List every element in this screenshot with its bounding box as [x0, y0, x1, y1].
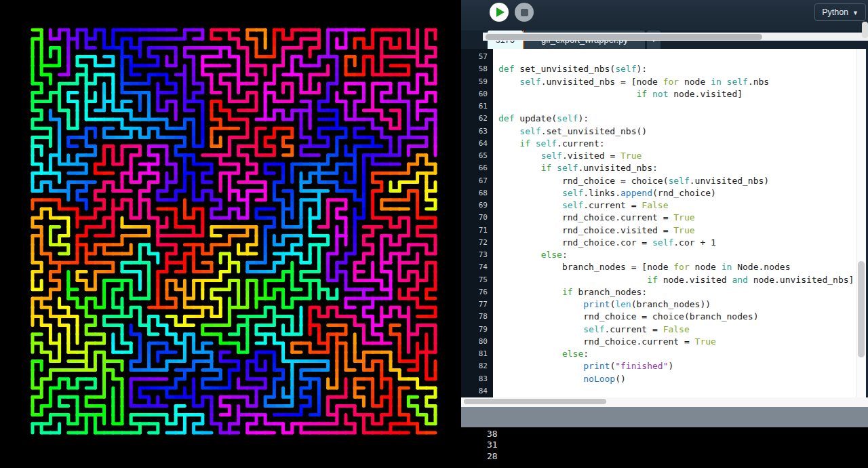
- code-line[interactable]: else:: [498, 249, 856, 261]
- line-number: 68: [461, 187, 493, 199]
- code-line[interactable]: rnd_choice = choice(self.unvisited_nbs): [498, 175, 856, 187]
- line-number: 76: [461, 286, 493, 298]
- line-number: 69: [461, 199, 493, 212]
- line-number: 60: [461, 88, 493, 100]
- code-line[interactable]: rnd_choice.cor = self.cor + 1: [498, 237, 856, 249]
- line-number: 79: [461, 324, 493, 336]
- line-number: 67: [461, 175, 493, 187]
- maze-sketch-output[interactable]: [0, 0, 461, 468]
- console-line: 38: [487, 429, 868, 440]
- line-number: 82: [461, 360, 493, 372]
- console-line: 28: [487, 451, 868, 462]
- toolbar: Python▼: [461, 0, 868, 31]
- code-line[interactable]: [498, 100, 856, 113]
- line-number: 57: [461, 51, 493, 63]
- editor-vertical-scrollbar-thumb[interactable]: [858, 261, 865, 357]
- line-number: 84: [461, 385, 493, 397]
- code-line[interactable]: self.links.append(rnd_choice): [498, 187, 856, 199]
- line-number: 64: [461, 138, 493, 150]
- editor-horizontal-scrollbar-thumb[interactable]: [464, 399, 606, 404]
- code-line[interactable]: self.current = False: [498, 199, 856, 212]
- line-number: 71: [461, 225, 493, 237]
- console-horizontal-scrollbar-thumb[interactable]: [486, 34, 762, 40]
- code-line[interactable]: self.set_unvisited_nbs(): [498, 125, 856, 138]
- line-number: 70: [461, 212, 493, 224]
- code-line[interactable]: def update(self):: [498, 113, 856, 125]
- line-number: 72: [461, 237, 493, 249]
- line-number: 78: [461, 311, 493, 323]
- code-line[interactable]: self.unvisited_nbs = [node for node in s…: [498, 76, 856, 88]
- line-number: 80: [461, 336, 493, 348]
- code-line[interactable]: noLoop(): [498, 373, 856, 385]
- console-output: 383128: [461, 427, 868, 468]
- stop-button[interactable]: [515, 3, 534, 22]
- line-number: 83: [461, 373, 493, 385]
- app-window: Python▼ s176 gif_export_wrapper.py ▼ 575…: [0, 0, 868, 468]
- code-editor[interactable]: def set_unvisited_nbs(self): self.unvisi…: [493, 49, 856, 397]
- code-line[interactable]: if branch_nodes:: [498, 286, 856, 298]
- code-line[interactable]: if self.current:: [498, 138, 856, 150]
- line-number: 81: [461, 348, 493, 360]
- console-horizontal-scrollbar[interactable]: [483, 33, 868, 41]
- line-number: 75: [461, 274, 493, 286]
- run-button[interactable]: [490, 3, 509, 22]
- line-number: 63: [461, 125, 493, 138]
- code-line[interactable]: self.current = False: [498, 324, 856, 336]
- code-line[interactable]: [498, 385, 856, 397]
- code-line[interactable]: if self.unvisited_nbs:: [498, 162, 856, 174]
- console-vertical-scrollbar-thumb[interactable]: [862, 22, 868, 38]
- line-number: 74: [461, 261, 493, 273]
- play-icon: [496, 7, 505, 17]
- ide-panel: Python▼ s176 gif_export_wrapper.py ▼ 575…: [461, 0, 868, 468]
- console-line: 31: [487, 440, 868, 450]
- code-line[interactable]: if not node.visited]: [498, 88, 856, 100]
- editor-vertical-scrollbar[interactable]: [856, 49, 866, 397]
- editor-horizontal-scrollbar[interactable]: [461, 397, 868, 407]
- code-line[interactable]: rnd_choice.current = True: [498, 212, 856, 224]
- code-line[interactable]: branch_nodes = [node for node in Node.no…: [498, 261, 856, 273]
- code-line[interactable]: rnd_choice.current = True: [498, 336, 856, 348]
- stop-icon: [521, 9, 528, 16]
- code-line[interactable]: def set_unvisited_nbs(self):: [498, 63, 856, 75]
- language-selector[interactable]: Python▼: [814, 3, 866, 21]
- code-line[interactable]: self.visited = True: [498, 150, 856, 162]
- line-number: 62: [461, 113, 493, 125]
- line-number: 73: [461, 249, 493, 261]
- gutter: 5758596061626364656667686970717273747576…: [461, 49, 493, 397]
- line-number: 65: [461, 150, 493, 162]
- code-line[interactable]: rnd_choice = choice(branch_nodes): [498, 311, 856, 323]
- code-line[interactable]: print(len(branch_nodes)): [498, 298, 856, 311]
- code-line[interactable]: else:: [498, 348, 856, 360]
- line-number: 58: [461, 63, 493, 75]
- line-number: 77: [461, 298, 493, 311]
- panel-resize-divider[interactable]: [461, 407, 868, 427]
- code-line[interactable]: rnd_choice.visited = True: [498, 225, 856, 237]
- line-number: 66: [461, 162, 493, 174]
- chevron-down-icon: ▼: [852, 9, 859, 16]
- code-line[interactable]: [498, 51, 856, 63]
- code-line[interactable]: if node.visited and node.unvisited_nbs]: [498, 274, 856, 286]
- code-line[interactable]: print("finished"): [498, 360, 856, 372]
- line-number: 59: [461, 76, 493, 88]
- line-number: 61: [461, 100, 493, 113]
- language-selector-label: Python: [822, 7, 848, 17]
